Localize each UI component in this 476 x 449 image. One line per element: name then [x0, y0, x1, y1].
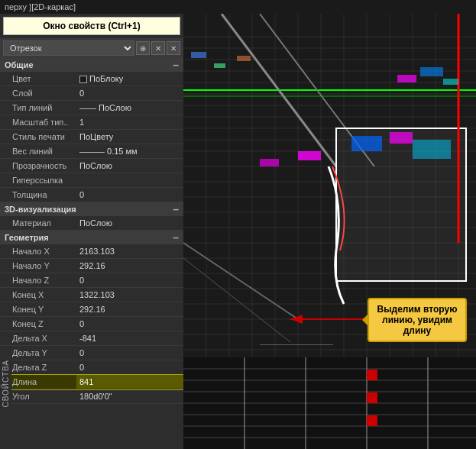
prop-name: Слой — [0, 86, 76, 101]
annotation-text: Выделим вторую линию, увидим длину — [377, 304, 458, 336]
main-area: Окно свойств (Ctrl+1) Отрезок ⊕ ✕ ✕ Общи… — [0, 14, 476, 449]
cad-canvas: ———————————— — [183, 14, 476, 449]
table-row: Масштаб тип.. 1 — [0, 115, 183, 130]
prop-name: Конец Y — [0, 302, 76, 317]
geometry-table: Начало X 2163.103 Начало Y 292.16 Начало… — [0, 244, 183, 404]
prop-name: Угол — [0, 389, 76, 404]
prop-value: 180d0'0" — [76, 389, 183, 404]
section-geometry[interactable]: Геометрия – — [0, 231, 183, 244]
prop-name-dlina: Длина — [0, 375, 76, 389]
table-row: Угол 180d0'0" — [0, 389, 183, 404]
table-row: Дельта X -841 — [0, 331, 183, 346]
prop-value: 0 — [76, 86, 183, 101]
prop-value: 0 — [76, 188, 183, 202]
section-3d[interactable]: 3D-визуализация – — [0, 202, 183, 216]
prop-name: Тип линий — [0, 101, 76, 115]
prop-value: ПоСлою — [76, 159, 183, 173]
table-row: Начало Z 0 — [0, 273, 183, 288]
viz3d-table: Материал ПоСлою — [0, 216, 183, 231]
color-swatch — [79, 76, 87, 83]
prop-name: Цвет — [0, 72, 76, 86]
svg-rect-50 — [413, 140, 451, 159]
svg-rect-69 — [191, 52, 206, 58]
prop-value: 1322.103 — [76, 288, 183, 302]
section-3d-label: 3D-визуализация — [5, 205, 76, 214]
prop-name: Масштаб тип.. — [0, 115, 76, 130]
table-row: Конец Z 0 — [0, 317, 183, 331]
general-table: Цвет ПоБлоку Слой 0 Тип линий —— ПоСлою … — [0, 72, 183, 202]
section-3d-collapse: – — [173, 204, 179, 215]
toolbar-btn-3[interactable]: ✕ — [167, 41, 180, 55]
prop-name: Толщина — [0, 188, 76, 202]
table-row: Начало Y 292.16 — [0, 259, 183, 273]
cad-area: ———————————— Выделим вторую линию, увиди… — [183, 14, 476, 449]
table-row-dlina: Длина 841 — [0, 375, 183, 389]
svg-rect-71 — [237, 56, 251, 61]
tooltip-label: Окно свойств (Ctrl+1) — [43, 21, 140, 31]
table-row: Дельта Y 0 — [0, 346, 183, 360]
table-row: Конец X 1322.103 — [0, 288, 183, 302]
section-geometry-label: Геометрия — [5, 233, 49, 242]
table-row: Толщина 0 — [0, 188, 183, 202]
table-row: Тип линий —— ПоСлою — [0, 101, 183, 115]
properties-panel: Окно свойств (Ctrl+1) Отрезок ⊕ ✕ ✕ Общи… — [0, 14, 183, 449]
svg-rect-49 — [390, 132, 413, 144]
prop-value: 0 — [76, 317, 183, 331]
section-general[interactable]: Общие – — [0, 58, 183, 72]
prop-value: —— ПоСлою — [76, 101, 183, 115]
prop-name: Конец X — [0, 288, 76, 302]
prop-value: 2163.103 — [76, 244, 183, 259]
prop-name: Начало X — [0, 244, 76, 259]
table-row: Дельта Z 0 — [0, 360, 183, 375]
svg-rect-67 — [367, 392, 377, 403]
prop-name: Начало Y — [0, 259, 76, 273]
section-general-collapse: – — [173, 60, 179, 70]
table-row: Цвет ПоБлоку — [0, 72, 183, 86]
table-row: Прозрачность ПоСлою — [0, 159, 183, 173]
svg-text:————————————: ———————————— — [260, 341, 333, 347]
prop-value: ——— 0.15 мм — [76, 144, 183, 159]
prop-name: Дельта Z — [0, 360, 76, 375]
prop-value: -841 — [76, 331, 183, 346]
properties-tooltip: Окно свойств (Ctrl+1) — [3, 17, 180, 35]
svg-rect-73 — [420, 67, 443, 76]
prop-value: 0 — [76, 346, 183, 360]
annotation-bubble: Выделим вторую линию, увидим длину — [368, 298, 467, 342]
prop-value: 1 — [76, 115, 183, 130]
table-row: Гиперссылка — [0, 173, 183, 188]
svg-rect-52 — [260, 159, 279, 166]
prop-name: Материал — [0, 216, 76, 231]
toolbar-btn-2[interactable]: ✕ — [151, 41, 165, 55]
svg-rect-72 — [397, 75, 416, 82]
svg-rect-66 — [367, 370, 377, 380]
svg-rect-51 — [298, 151, 321, 160]
prop-value: 0 — [76, 360, 183, 375]
object-type-select[interactable]: Отрезок — [3, 40, 134, 56]
prop-name: Начало Z — [0, 273, 76, 288]
toolbar-btn-1[interactable]: ⊕ — [136, 41, 150, 55]
section-general-label: Общие — [5, 60, 34, 69]
section-geometry-collapse: – — [173, 232, 179, 243]
svg-rect-70 — [214, 63, 225, 68]
table-row: Слой 0 — [0, 86, 183, 101]
table-row: Материал ПоСлою — [0, 216, 183, 231]
title-bar: перху ][2D-каркас] — [0, 0, 476, 14]
table-row: Начало X 2163.103 — [0, 244, 183, 259]
table-row: Конец Y 292.16 — [0, 302, 183, 317]
dropdown-bar: Отрезок ⊕ ✕ ✕ — [0, 38, 183, 58]
title-text: перху ][2D-каркас] — [5, 2, 76, 11]
prop-value: 292.16 — [76, 259, 183, 273]
prop-value: ПоЦвету — [76, 130, 183, 144]
prop-name: Стиль печати — [0, 130, 76, 144]
side-label-text: СВОЙСТВА — [2, 360, 10, 408]
prop-value-dlina[interactable]: 841 — [76, 375, 183, 389]
prop-value: 0 — [76, 273, 183, 288]
prop-name: Гиперссылка — [0, 173, 76, 188]
svg-rect-74 — [443, 79, 458, 85]
prop-name: Дельта Y — [0, 346, 76, 360]
prop-name: Дельта X — [0, 331, 76, 346]
prop-value: ПоСлою — [76, 216, 183, 231]
prop-name: Вес линий — [0, 144, 76, 159]
prop-value — [76, 173, 183, 188]
prop-value: ПоБлоку — [76, 72, 183, 86]
